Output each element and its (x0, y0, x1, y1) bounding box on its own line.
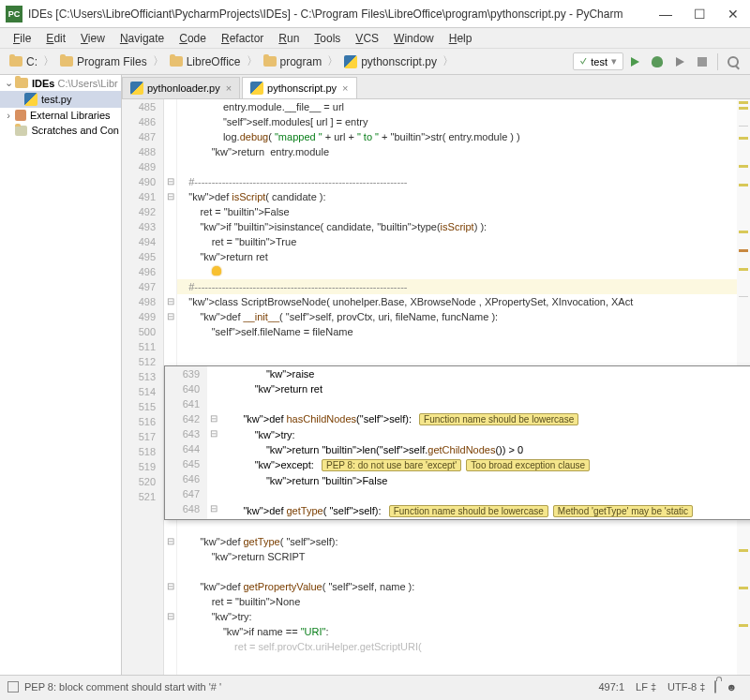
tree-external-libs[interactable]: › External Libraries (0, 108, 121, 123)
crumb-2[interactable]: LibreOffice (166, 55, 245, 68)
menubar: FileEditViewNavigateCodeRefactorRunTools… (0, 28, 750, 49)
crumb-4[interactable]: pythonscript.py (340, 55, 441, 68)
breadcrumb[interactable]: C:〉Program Files〉LibreOffice〉program〉pyt… (6, 53, 456, 69)
search-everywhere-button[interactable] (725, 53, 742, 70)
menu-help[interactable]: Help (442, 30, 480, 47)
project-tree[interactable]: ⌄ IDEs C:\Users\Libr test.py › External … (0, 75, 122, 675)
inspection-hint[interactable]: Function name should be lowercase (389, 505, 548, 517)
menu-view[interactable]: View (73, 30, 112, 47)
inspector-icon[interactable]: ☻ (720, 681, 742, 693)
inspection-hint[interactable]: Method 'getType' may be 'static (553, 505, 693, 517)
menu-window[interactable]: Window (386, 30, 442, 47)
encoding[interactable]: UTF-8 ‡ (662, 681, 711, 693)
window-title: IDEs [C:\Users\LibreOfficiant\PycharmPro… (28, 7, 647, 21)
inspection-hint[interactable]: Function name should be lowercase (419, 413, 578, 425)
line-ending[interactable]: LF ‡ (630, 681, 662, 693)
statusbar: PEP 8: block comment should start with '… (0, 675, 750, 697)
tree-file-test[interactable]: test.py (0, 91, 121, 108)
debug-button[interactable] (649, 53, 666, 70)
menu-code[interactable]: Code (172, 30, 214, 47)
maximize-button[interactable]: ☐ (688, 5, 711, 23)
menu-run[interactable]: Run (271, 30, 307, 47)
run-config-combo[interactable]: test ▾ (573, 52, 623, 70)
menu-navigate[interactable]: Navigate (112, 30, 172, 47)
tree-scratches[interactable]: Scratches and Con (0, 123, 121, 138)
crumb-0[interactable]: C: (6, 55, 41, 68)
menu-vcs[interactable]: VCS (348, 30, 386, 47)
app-icon: PC (6, 6, 22, 22)
tab-close-icon[interactable]: × (226, 82, 232, 94)
status-message: PEP 8: block comment should start with '… (24, 681, 221, 693)
inspection-hint[interactable]: PEP 8: do not use bare 'except' (322, 459, 461, 471)
code-lens-popup: 639640641642643644645646647648 ⊟⊟ ⊟ "kw"… (164, 365, 750, 520)
editor-tabbar: pythonloader.py×pythonscript.py× (122, 75, 750, 99)
menu-file[interactable]: File (6, 30, 38, 47)
close-button[interactable]: ✕ (722, 5, 744, 23)
minimize-button[interactable]: — (654, 5, 677, 23)
event-log-icon[interactable] (8, 681, 19, 693)
tree-root[interactable]: ⌄ IDEs C:\Users\Libr (0, 75, 121, 91)
menu-refactor[interactable]: Refactor (214, 30, 271, 47)
tab-pythonloader.py[interactable]: pythonloader.py× (122, 77, 240, 98)
crumb-3[interactable]: program (260, 55, 326, 68)
cursor-position[interactable]: 497:1 (593, 681, 631, 693)
nav-toolbar: C:〉Program Files〉LibreOffice〉program〉pyt… (0, 49, 750, 75)
run-with-coverage-button[interactable] (671, 53, 688, 70)
crumb-1[interactable]: Program Files (56, 55, 151, 68)
run-button[interactable] (626, 53, 643, 70)
menu-edit[interactable]: Edit (38, 30, 73, 47)
inspection-hint[interactable]: Too broad exception clause (466, 459, 590, 471)
tab-close-icon[interactable]: × (342, 82, 348, 94)
intention-bulb-icon[interactable] (212, 266, 221, 276)
tab-pythonscript.py[interactable]: pythonscript.py× (242, 77, 356, 98)
line-gutter[interactable]: 4854864874884894904914924934944954964974… (122, 99, 164, 675)
readonly-lock-icon[interactable] (711, 681, 720, 693)
menu-tools[interactable]: Tools (307, 30, 348, 47)
stop-button[interactable] (694, 53, 711, 70)
